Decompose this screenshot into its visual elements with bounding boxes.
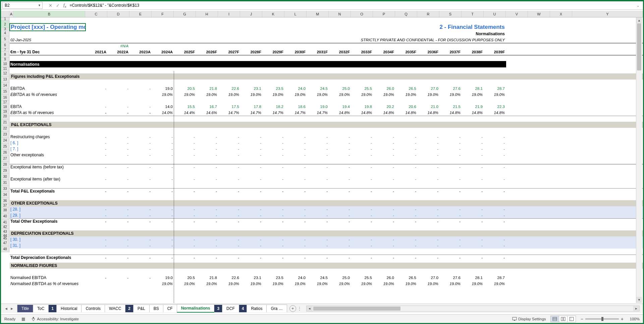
row-header[interactable]: 48	[1, 246, 9, 252]
col-header[interactable]: H	[196, 11, 218, 17]
hscroll-thumb[interactable]	[313, 307, 400, 311]
macro-recorder-icon[interactable]: ▦	[21, 317, 25, 321]
sheet-tab[interactable]: Normalisations	[177, 304, 215, 313]
page-layout-view-icon[interactable]	[559, 316, 568, 322]
row-header[interactable]: 30	[1, 174, 9, 180]
col-header[interactable]: P	[373, 11, 395, 17]
chevron-down-icon[interactable]: ▼	[37, 4, 42, 7]
row-header[interactable]: 9	[1, 58, 9, 61]
row-header[interactable]: 34	[1, 192, 9, 198]
col-header[interactable]: B	[13, 11, 85, 17]
col-header[interactable]: I	[218, 11, 240, 17]
col-header[interactable]: S	[439, 11, 462, 17]
row-header[interactable]: 17	[1, 101, 9, 104]
row-header[interactable]: 6	[1, 42, 9, 48]
col-header[interactable]: Q	[395, 11, 417, 17]
row-header[interactable]: 45	[1, 237, 9, 240]
new-sheet-icon[interactable]: +	[289, 305, 296, 312]
sheet-tab[interactable]: Ratios	[247, 305, 267, 312]
select-all-triangle[interactable]	[1, 11, 9, 17]
row-header[interactable]: 16	[1, 95, 9, 101]
col-header[interactable]: X	[550, 11, 572, 17]
row-header[interactable]: 21	[1, 119, 9, 125]
row-header[interactable]: 7	[1, 48, 9, 52]
formula-input[interactable]: =Controls!$K$12&" - "&Controls!$K$13	[68, 3, 634, 8]
row-header[interactable]: 31	[1, 180, 9, 186]
sheet-tab[interactable]: 2	[125, 305, 133, 312]
tab-next-icon[interactable]: ►	[10, 307, 14, 311]
col-header[interactable]: F	[152, 11, 174, 17]
enter-formula-icon[interactable]: ✓	[54, 2, 61, 9]
row-header[interactable]: 8	[1, 52, 9, 58]
row-header[interactable]: 5	[1, 36, 9, 42]
row-header[interactable]: 14	[1, 83, 9, 89]
row-header[interactable]: 29	[1, 168, 9, 174]
row-header[interactable]: 1	[1, 17, 9, 21]
scroll-right-icon[interactable]: ►	[633, 306, 639, 311]
row-header[interactable]: 12	[1, 70, 9, 76]
col-header[interactable]: L	[284, 11, 307, 17]
scroll-left-icon[interactable]: ◄	[307, 306, 313, 311]
row-header[interactable]: 38	[1, 207, 9, 213]
row-header[interactable]: 11	[1, 67, 9, 70]
sheet-tab[interactable]: Controls	[81, 305, 105, 312]
cancel-formula-icon[interactable]: ✕	[47, 2, 54, 9]
sheet-tab[interactable]: CF	[163, 305, 177, 312]
accessibility-button[interactable]: Accessibility: Investigate	[31, 317, 79, 321]
col-header[interactable]: G	[174, 11, 196, 17]
tab-first-icon[interactable]: ◄	[4, 307, 8, 311]
col-header[interactable]: T	[462, 11, 484, 17]
row-header[interactable]: 15	[1, 89, 9, 95]
sheet-tab[interactable]: Title	[17, 305, 33, 312]
row-header[interactable]: 19	[1, 110, 9, 113]
sheet-tab[interactable]: P&L	[133, 305, 150, 312]
col-header[interactable]: C	[85, 11, 107, 17]
row-header[interactable]: 26	[1, 150, 9, 156]
row-header[interactable]: 42	[1, 225, 9, 229]
zoom-in-icon[interactable]: +	[621, 316, 624, 322]
col-header[interactable]: D	[107, 11, 129, 17]
col-header[interactable]: Y	[572, 11, 643, 17]
row-header[interactable]: 18	[1, 104, 9, 110]
sheet-tab[interactable]: Gra …	[266, 305, 287, 312]
col-header[interactable]: V	[506, 11, 528, 17]
col-header[interactable]: J	[240, 11, 262, 17]
col-header[interactable]: N	[329, 11, 351, 17]
col-header[interactable]: K	[262, 11, 284, 17]
sheet-tab[interactable]: 1	[48, 305, 57, 312]
row-header[interactable]: 36	[1, 198, 9, 204]
zoom-out-icon[interactable]: −	[581, 316, 583, 322]
row-header[interactable]: 28	[1, 162, 9, 168]
col-header[interactable]: U	[484, 11, 506, 17]
grid-area[interactable]: Project [xxx] - Operating model2 - Finan…	[9, 17, 643, 303]
row-header[interactable]: 25	[1, 144, 9, 150]
row-header[interactable]: 10	[1, 61, 9, 67]
col-header[interactable]: W	[528, 11, 550, 17]
sheet-tab[interactable]: DCF	[222, 305, 239, 312]
display-settings-button[interactable]: Display Settings	[512, 317, 546, 321]
row-header[interactable]: 22	[1, 125, 9, 131]
sheet-tab[interactable]: 3	[214, 305, 222, 312]
name-box[interactable]: B2 ▼	[2, 2, 43, 9]
row-header[interactable]: 33	[1, 186, 9, 192]
zoom-slider[interactable]	[585, 318, 619, 320]
col-header[interactable]: M	[307, 11, 329, 17]
col-header[interactable]: E	[129, 11, 152, 17]
row-header[interactable]: 4	[1, 30, 9, 36]
row-header[interactable]: 27	[1, 156, 9, 162]
row-header[interactable]: 20	[1, 113, 9, 119]
page-break-view-icon[interactable]	[567, 316, 576, 322]
expand-formula-bar-icon[interactable]: ⌄	[634, 4, 642, 7]
row-header[interactable]: 41	[1, 219, 9, 225]
sheet-tab[interactable]: BS	[149, 305, 163, 312]
sheet-tab[interactable]: ToC	[33, 305, 49, 312]
normal-view-icon[interactable]	[550, 316, 559, 322]
sheet-tab[interactable]: WACC	[105, 305, 125, 312]
vertical-scrollbar[interactable]: ▲ ▼	[636, 17, 642, 303]
fx-icon[interactable]: fx	[61, 2, 68, 8]
row-header[interactable]: 37	[1, 204, 9, 207]
col-header[interactable]: A	[9, 11, 13, 17]
row-header[interactable]: 47	[1, 240, 9, 246]
scroll-thumb[interactable]	[637, 23, 641, 70]
col-header[interactable]: O	[351, 11, 373, 17]
